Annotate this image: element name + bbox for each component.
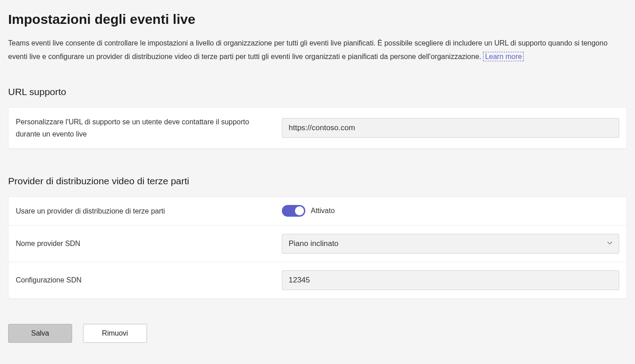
sdn-name-row: Nome provider SDN Piano inclinato — [9, 226, 626, 262]
discard-button[interactable]: Rimuovi — [83, 324, 147, 343]
support-url-input[interactable] — [282, 118, 619, 138]
use-provider-label: Usare un provider di distribuzione di te… — [16, 205, 282, 217]
third-party-card: Usare un provider di distribuzione di te… — [8, 196, 627, 299]
support-url-card: Personalizzare l'URL di supporto se un u… — [8, 107, 627, 149]
sdn-config-label: Configurazione SDN — [16, 274, 282, 286]
third-party-heading: Provider di distribuzione video di terze… — [8, 174, 627, 188]
save-button[interactable]: Salva — [8, 324, 72, 343]
page-intro: Teams eventi live consente di controllar… — [8, 36, 627, 63]
use-provider-toggle-state: Attivato — [311, 205, 335, 216]
sdn-config-input[interactable] — [282, 270, 619, 290]
use-provider-row: Usare un provider di distribuzione di te… — [9, 197, 626, 226]
use-provider-toggle[interactable] — [282, 205, 305, 217]
sdn-name-label: Nome provider SDN — [16, 237, 282, 250]
page-title: Impostazioni degli eventi live — [8, 9, 627, 29]
support-url-row: Personalizzare l'URL di supporto se un u… — [9, 108, 626, 148]
sdn-config-row: Configurazione SDN — [9, 262, 626, 298]
action-buttons: Salva Rimuovi — [8, 324, 627, 343]
sdn-name-select[interactable]: Piano inclinato — [282, 234, 619, 254]
support-url-label: Personalizzare l'URL di supporto se un u… — [16, 116, 282, 140]
support-url-heading: URL supporto — [8, 85, 627, 99]
learn-more-link[interactable]: Learn more — [483, 52, 524, 61]
